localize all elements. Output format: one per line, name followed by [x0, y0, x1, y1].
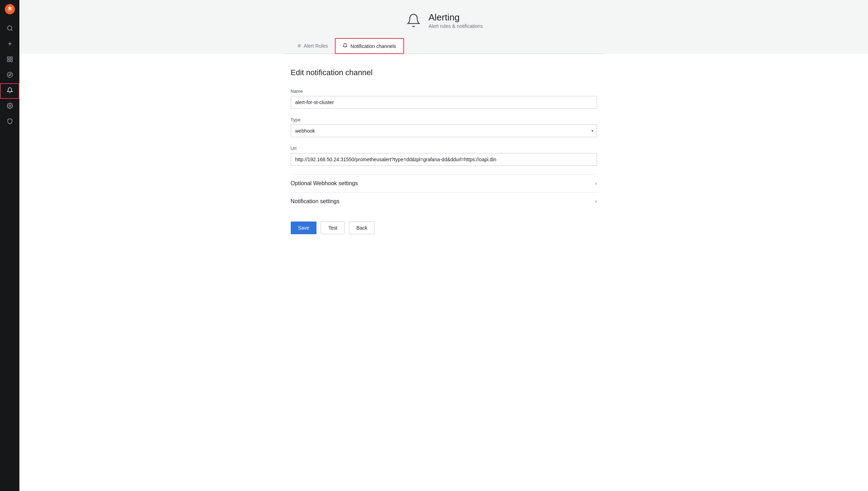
- search-icon: [7, 25, 13, 33]
- svg-point-3: [7, 26, 12, 30]
- notification-settings-chevron-icon: ›: [595, 198, 597, 205]
- tabs-bar: ≡ Alert Rules Notification channels: [285, 38, 603, 54]
- alert-rules-tab-label: Alert Rules: [304, 43, 328, 49]
- test-button[interactable]: Test: [321, 222, 345, 234]
- url-form-group: Url: [291, 146, 597, 166]
- tab-notification-channels[interactable]: Notification channels: [335, 38, 404, 54]
- svg-rect-7: [10, 60, 12, 61]
- svg-rect-5: [10, 57, 12, 59]
- sidebar-item-shield[interactable]: [0, 114, 19, 130]
- sidebar-item-dashboards[interactable]: [0, 52, 19, 68]
- url-label: Url: [291, 146, 597, 151]
- sidebar-item-alerting[interactable]: [0, 83, 19, 99]
- tab-alert-rules[interactable]: ≡ Alert Rules: [291, 38, 335, 54]
- optional-webhook-settings-section[interactable]: Optional Webhook settings ›: [291, 174, 597, 192]
- back-button[interactable]: Back: [349, 222, 375, 234]
- page-title: Alerting: [428, 12, 483, 23]
- name-form-group: Name: [291, 89, 597, 109]
- main-content: Alerting Alert rules & notifications ≡ A…: [19, 0, 868, 491]
- notification-settings-section[interactable]: Notification settings ›: [291, 192, 597, 210]
- content-area: Edit notification channel Name Type webh…: [19, 54, 868, 491]
- gear-icon: [7, 103, 13, 111]
- optional-webhook-chevron-icon: ›: [595, 180, 597, 187]
- page-title-text: Alerting Alert rules & notifications: [428, 12, 483, 29]
- svg-marker-9: [8, 73, 11, 75]
- page-title-area: Alerting Alert rules & notifications: [404, 11, 483, 30]
- plus-icon: [7, 41, 13, 49]
- sidebar-item-search[interactable]: [0, 21, 19, 37]
- sidebar-item-settings[interactable]: [0, 99, 19, 114]
- sidebar-item-new[interactable]: [0, 37, 19, 52]
- content-inner: Edit notification channel Name Type webh…: [285, 68, 603, 234]
- notification-settings-label: Notification settings: [291, 198, 340, 205]
- notification-tab-icon: [343, 43, 348, 49]
- svg-rect-4: [7, 57, 9, 59]
- type-select[interactable]: webhook email slack pagerduty victorops: [291, 125, 597, 137]
- explore-icon: [7, 72, 13, 80]
- save-button[interactable]: Save: [291, 222, 317, 234]
- sidebar: [0, 0, 19, 491]
- buttons-row: Save Test Back: [291, 222, 597, 234]
- alert-rules-tab-icon: ≡: [298, 43, 301, 49]
- shield-icon: [7, 118, 13, 126]
- type-select-wrapper: webhook email slack pagerduty victorops …: [291, 125, 597, 137]
- type-label: Type: [291, 117, 597, 122]
- url-input[interactable]: [291, 153, 597, 166]
- bell-icon: [7, 87, 13, 95]
- optional-webhook-settings-label: Optional Webhook settings: [291, 180, 358, 187]
- name-input[interactable]: [291, 96, 597, 109]
- page-header: Alerting Alert rules & notifications ≡ A…: [19, 0, 868, 54]
- sidebar-item-explore[interactable]: [0, 68, 19, 83]
- name-label: Name: [291, 89, 597, 94]
- notification-channels-tab-label: Notification channels: [350, 43, 396, 49]
- type-form-group: Type webhook email slack pagerduty victo…: [291, 117, 597, 137]
- grafana-logo[interactable]: [4, 3, 16, 16]
- alerting-header-icon: [404, 11, 423, 30]
- svg-point-8: [7, 72, 12, 77]
- page-subtitle: Alert rules & notifications: [428, 23, 483, 29]
- edit-channel-title: Edit notification channel: [291, 68, 597, 77]
- svg-rect-6: [7, 60, 9, 61]
- svg-point-10: [9, 105, 11, 107]
- dashboards-icon: [7, 56, 13, 64]
